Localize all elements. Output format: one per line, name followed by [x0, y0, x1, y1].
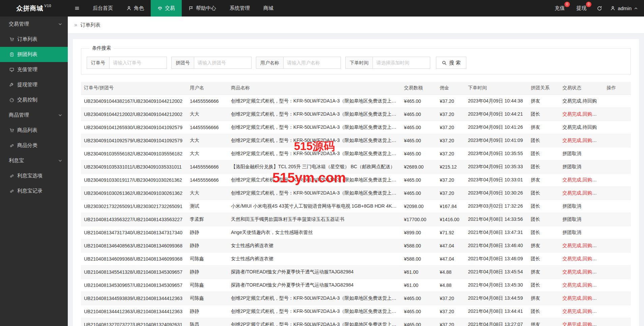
cell-username: 大大	[187, 186, 228, 200]
cell-order-no: UB2104081345309657/UB2104081345309657	[81, 278, 187, 292]
cell-action	[604, 318, 631, 326]
cell-commission: ¥37.20	[437, 94, 465, 108]
cell-username: 14455556666	[187, 121, 228, 134]
nav-item-help-center[interactable]: 帮助中心	[182, 0, 223, 17]
cell-order-no: UB2304091035331011/UB2304091035331011	[81, 160, 187, 173]
sidebar-item-goods-list[interactable]: 商品列表	[0, 123, 68, 138]
cell-relation: 拼友	[528, 292, 559, 305]
nav-item-home[interactable]: 后台首页	[86, 0, 120, 17]
search-button[interactable]: 搜 索	[436, 57, 466, 69]
table-header-row: 订单号/拼团号用户名商品名称交易数额佣金下单时间拼团关系交易状态操作	[81, 82, 631, 94]
status-text: 交易完成,回购成功	[562, 138, 602, 143]
person-icon	[126, 6, 131, 11]
column-header: 商品名称	[228, 82, 401, 94]
nav-item-trade[interactable]: 交易	[151, 0, 182, 17]
cell-commission: ¥37.20	[437, 147, 465, 160]
sidebar: 交易管理订单列表拼团列表充值管理提现管理交易控制商品管理商品列表商品分类利息宝利…	[0, 17, 68, 326]
sidebar-item-label: 订单列表	[17, 36, 37, 42]
cell-action	[604, 94, 631, 108]
sidebar-item-pintuan-list[interactable]: 拼团列表	[0, 47, 68, 62]
recharge-button[interactable]: 充值0	[549, 0, 570, 17]
nav-item-system[interactable]: 系统管理	[223, 0, 257, 17]
sidebar-item-withdraw-management[interactable]: 提现管理	[0, 77, 68, 92]
sidebar-item-label: 利息宝记录	[17, 188, 42, 194]
cell-product-name: 创维2P定频立式柜机，型号：KFR-50LW/F2DA1A-3（限如皋地区免费送…	[228, 292, 401, 305]
cell-order-no: UB2104081346099368/UB2104081346099368	[81, 252, 187, 265]
sidebar-item-label: 拼团列表	[17, 51, 37, 58]
cell-commission: ¥1416.00	[437, 213, 465, 226]
table-row: UB2304091035331011/UB2304091035331011144…	[81, 160, 631, 173]
cell-order-no: UB2304091030261362/UB2304091030261362	[81, 186, 187, 200]
field-input-pintuan-no[interactable]	[194, 57, 252, 69]
sidebar-item-goods-management[interactable]: 商品管理	[0, 108, 68, 123]
cell-username: 14455556666	[187, 173, 228, 186]
cell-order-time: 2023年04月09日 10:41:09	[465, 134, 528, 147]
field-input-order-no[interactable]	[110, 57, 167, 69]
cell-order-no: UB2104081345541328/UB2104081345309657	[81, 265, 187, 278]
nav-item-mall[interactable]: 商城	[257, 0, 280, 17]
cell-action	[604, 134, 631, 147]
sidebar-item-label: 充值管理	[17, 66, 37, 73]
nav-item-role[interactable]: 角色	[120, 0, 151, 17]
sidebar-item-goods-category[interactable]: 商品分类	[0, 138, 68, 153]
chevron-down-icon	[58, 22, 62, 26]
table-row: UB2304091044382167/UB2304091044212002144…	[81, 94, 631, 108]
cell-username: 司陈鑫	[187, 292, 228, 305]
search-row: 订单号拼团号用户名称下单时间 搜 索	[87, 57, 625, 69]
user-menu[interactable]: admin	[607, 0, 644, 17]
sidebar-toggle-button[interactable]	[68, 0, 86, 17]
status-text: 交易完成,回购成功	[562, 243, 602, 248]
cell-action	[604, 160, 631, 173]
field-input-username[interactable]	[284, 57, 341, 69]
cell-status: 拼团取消	[559, 213, 604, 226]
sidebar-item-label: 提现管理	[17, 82, 37, 88]
sidebar-item-recharge-management[interactable]: 充值管理	[0, 62, 68, 77]
cell-action	[604, 278, 631, 292]
sidebar-item-lixibao-record[interactable]: 利息宝记录	[0, 183, 68, 199]
cell-order-time: 2021年04月08日 13:45:54	[465, 265, 528, 278]
cell-commission: ¥4.88	[437, 265, 465, 278]
sidebar-item-order-list[interactable]: 订单列表	[0, 32, 68, 47]
cell-status: 交易完成,待回购	[559, 121, 604, 134]
cart-icon	[9, 37, 14, 42]
table-row: UB2104081346099368/UB2104081346099368司陈鑫…	[81, 252, 631, 265]
cell-order-time: 2023年04月09日 10:35:33	[465, 160, 528, 173]
cell-commission: ¥37.20	[437, 305, 465, 318]
cell-amount: ¥465.00	[401, 108, 437, 121]
cell-relation: 拼友	[528, 265, 559, 278]
cell-product-name: 天然和田玉手镯男款圆珠籽玉手串菠菜绿玉石玉器证书	[228, 213, 401, 226]
sidebar-item-trade-control[interactable]: 交易控制	[0, 92, 68, 108]
sidebar-item-lixibao-option[interactable]: 利息宝选项	[0, 168, 68, 183]
cell-order-time: 2023年04月09日 10:44:21	[465, 108, 528, 121]
cell-commission: ¥37.20	[437, 186, 465, 200]
status-text: 交易完成,回购成功	[562, 308, 602, 314]
sidebar-item-trade-management[interactable]: 交易管理	[0, 17, 68, 32]
cell-order-time: 2023年04月09日 10:44:38	[465, 94, 528, 108]
field-label: 订单号	[87, 57, 110, 69]
sidebar-item-label: 交易控制	[17, 97, 37, 103]
refresh-button[interactable]	[592, 0, 607, 17]
cell-relation: 团长	[528, 252, 559, 265]
breadcrumb-marker: »	[74, 22, 77, 28]
withdraw-button[interactable]: 提现0	[570, 0, 592, 17]
sidebar-item-lixibao[interactable]: 利息宝	[0, 153, 68, 168]
cell-action	[604, 226, 631, 239]
cell-relation: 拼友	[528, 318, 559, 326]
cell-order-time: 2021年04月08日 13:46:09	[465, 252, 528, 265]
nav-item-label: 角色	[134, 5, 144, 11]
column-header: 订单号/拼团号	[81, 82, 187, 94]
cell-commission: ¥47.04	[437, 239, 465, 252]
table-row: UB2304091033019117/UB2304091030261362144…	[81, 173, 631, 186]
cell-username: 14455556666	[187, 94, 228, 108]
cell-username: 司陈鑫	[187, 252, 228, 265]
search-icon	[442, 60, 447, 65]
cell-product-name: 创维2P定频立式柜机，型号：KFR-50LW/F2DA1A-3（限如皋地区免费送…	[228, 108, 401, 121]
chevron-down-icon	[58, 158, 62, 163]
cell-product-name: 创维2P定频立式柜机，型号：KFR-50LW/F2DA1A-3（限如皋地区免费送…	[228, 318, 401, 326]
field-input-order-time[interactable]	[373, 57, 430, 69]
sidebar-item-label: 商品列表	[17, 127, 37, 134]
main-content: » 订单列表 条件搜索 订单号拼团号用户名称下单时间 搜 索 订单号/拼团号用户…	[68, 17, 644, 326]
cell-action	[604, 213, 631, 226]
cell-status: 交易完成,回购成功	[559, 239, 604, 252]
cell-username: 静静	[187, 239, 228, 252]
